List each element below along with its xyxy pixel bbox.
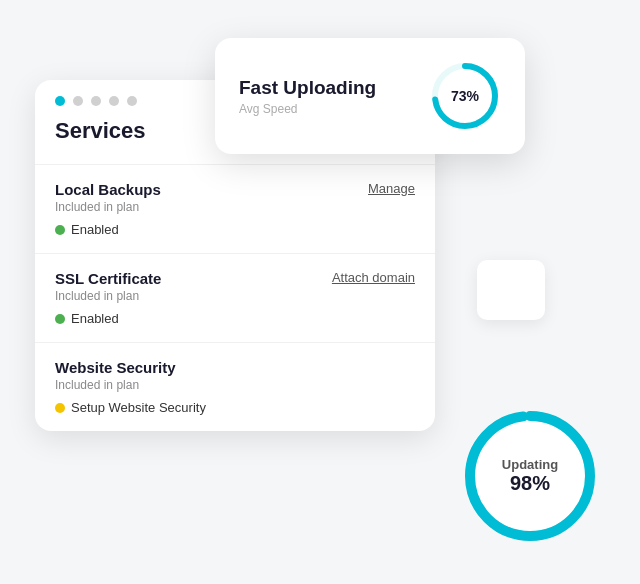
updating-label: Updating 98% (502, 457, 558, 495)
attach-domain-action[interactable]: Attach domain (332, 270, 415, 285)
service-status-ssl: Enabled (55, 311, 415, 326)
dot-1 (55, 96, 65, 106)
service-name-website-security: Website Security (55, 359, 176, 376)
service-item-ssl: SSL Certificate Attach domain Included i… (35, 253, 435, 342)
upload-card: Fast Uploading Avg Speed 73% (215, 38, 525, 154)
updating-text: Updating (502, 457, 558, 472)
updating-percent: 98% (502, 472, 558, 495)
dot-2 (73, 96, 83, 106)
service-name-ssl: SSL Certificate (55, 270, 161, 287)
manage-action[interactable]: Manage (368, 181, 415, 196)
status-text-ssl: Enabled (71, 311, 119, 326)
status-text-website-security: Setup Website Security (71, 400, 206, 415)
service-status-local-backups: Enabled (55, 222, 415, 237)
service-name-local-backups: Local Backups (55, 181, 161, 198)
decorative-box (477, 260, 545, 320)
upload-percent-label: 73% (451, 88, 479, 104)
service-status-website-security: Setup Website Security (55, 400, 415, 415)
status-dot-green-2 (55, 314, 65, 324)
dot-5 (127, 96, 137, 106)
service-item-website-security: Website Security Included in plan Setup … (35, 342, 435, 431)
dot-4 (109, 96, 119, 106)
service-item-local-backups: Local Backups Manage Included in plan En… (35, 164, 435, 253)
service-plan-local-backups: Included in plan (55, 200, 415, 214)
service-plan-website-security: Included in plan (55, 378, 415, 392)
service-plan-ssl: Included in plan (55, 289, 415, 303)
upload-progress-ring: 73% (429, 60, 501, 132)
updating-ring: Updating 98% (460, 406, 600, 546)
upload-title: Fast Uploading (239, 77, 376, 99)
status-dot-yellow-1 (55, 403, 65, 413)
upload-subtitle: Avg Speed (239, 102, 376, 116)
dot-3 (91, 96, 101, 106)
status-text-local-backups: Enabled (71, 222, 119, 237)
status-dot-green-1 (55, 225, 65, 235)
